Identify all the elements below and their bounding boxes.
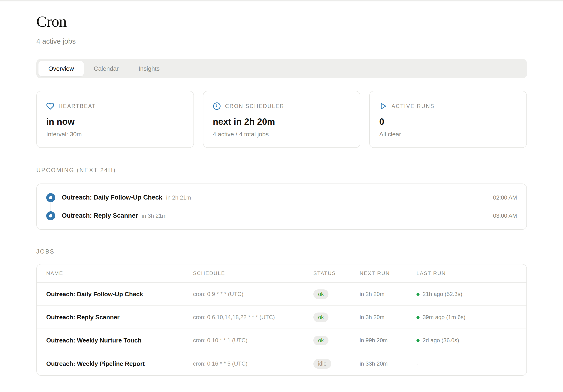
- upcoming-event-time: 03:00 AM: [493, 213, 517, 219]
- job-schedule: cron: 0 16 * * 5 (UTC): [193, 360, 313, 367]
- column-header-schedule: SCHEDULE: [193, 270, 313, 277]
- job-name: Outreach: Weekly Nurture Touch: [37, 337, 193, 344]
- job-last-run-text: 2d ago (36.0s): [422, 337, 459, 344]
- status-badge: idle: [313, 359, 331, 369]
- cron-dashboard: Cron 4 active jobs Overview Calendar Ins…: [0, 0, 563, 376]
- job-row[interactable]: Outreach: Reply Scanner cron: 0 6,10,14,…: [37, 306, 526, 329]
- tab-overview[interactable]: Overview: [38, 61, 84, 76]
- upcoming-event-time: 02:00 AM: [493, 194, 517, 201]
- play-icon: [379, 102, 387, 110]
- job-last-run-text: 21h ago (52.3s): [422, 291, 462, 297]
- success-dot-icon: [416, 316, 420, 319]
- active-jobs-count: 4 active jobs: [36, 37, 527, 45]
- cron-scheduler-card: CRON SCHEDULER next in 2h 20m 4 active /…: [203, 91, 360, 148]
- status-badge: ok: [313, 313, 328, 322]
- active-runs-count: 0: [379, 117, 517, 127]
- tab-overview-label: Overview: [48, 65, 74, 72]
- job-last-run: 21h ago (52.3s): [416, 291, 526, 297]
- tab-insights[interactable]: Insights: [128, 61, 170, 76]
- upcoming-section-heading: UPCOMING (NEXT 24H): [36, 167, 527, 174]
- heartbeat-label: HEARTBEAT: [59, 103, 96, 109]
- job-status-cell: ok: [313, 336, 360, 345]
- job-name: Outreach: Weekly Pipeline Report: [37, 360, 193, 367]
- job-schedule: cron: 0 10 * * 1 (UTC): [193, 337, 313, 344]
- upcoming-event-name: Outreach: Reply Scanner: [62, 212, 138, 219]
- job-last-run: 2d ago (36.0s): [416, 337, 526, 344]
- active-runs-label: ACTIVE RUNS: [391, 103, 435, 109]
- job-next-run: in 99h 20m: [360, 337, 416, 344]
- job-row[interactable]: Outreach: Daily Follow-Up Check cron: 0 …: [37, 283, 526, 306]
- job-last-run-text: -: [416, 360, 418, 367]
- job-last-run-text: 39m ago (1m 6s): [422, 314, 465, 320]
- tab-insights-label: Insights: [139, 65, 160, 72]
- job-name: Outreach: Daily Follow-Up Check: [37, 291, 193, 298]
- job-row[interactable]: Outreach: Weekly Pipeline Report cron: 0…: [37, 352, 526, 375]
- job-last-run: -: [416, 360, 526, 367]
- column-header-status: STATUS: [313, 270, 360, 277]
- job-schedule: cron: 0 6,10,14,18,22 * * * (UTC): [193, 314, 313, 320]
- active-runs-status: All clear: [379, 131, 517, 138]
- stats-row: HEARTBEAT in now Interval: 30m CRON SCHE…: [36, 91, 527, 148]
- upcoming-card: Outreach: Daily Follow-Up Check in 2h 21…: [36, 184, 527, 230]
- heartbeat-value: in now: [46, 117, 184, 127]
- column-header-name: NAME: [37, 270, 193, 277]
- active-runs-card: ACTIVE RUNS 0 All clear: [369, 91, 527, 148]
- job-status-cell: ok: [313, 313, 360, 322]
- clock-icon: [213, 102, 221, 110]
- heart-icon: [46, 102, 54, 110]
- job-status-cell: idle: [313, 359, 360, 369]
- upcoming-event-row[interactable]: Outreach: Daily Follow-Up Check in 2h 21…: [46, 189, 517, 207]
- job-next-run: in 2h 20m: [360, 291, 416, 297]
- tab-calendar-label: Calendar: [94, 65, 119, 72]
- jobs-table-header: NAME SCHEDULE STATUS NEXT RUN LAST RUN: [37, 265, 526, 283]
- tab-calendar[interactable]: Calendar: [84, 61, 128, 76]
- cron-scheduler-next: next in 2h 20m: [213, 117, 351, 127]
- upcoming-event-relative-time: in 3h 21m: [142, 213, 166, 219]
- status-badge: ok: [313, 336, 328, 345]
- job-last-run: 39m ago (1m 6s): [416, 314, 526, 320]
- upcoming-event-relative-time: in 2h 21m: [166, 194, 191, 201]
- column-header-next-run: NEXT RUN: [360, 270, 416, 277]
- upcoming-timeline: Outreach: Daily Follow-Up Check in 2h 21…: [46, 189, 517, 225]
- job-next-run: in 3h 20m: [360, 314, 416, 320]
- view-tabbar: Overview Calendar Insights: [36, 59, 527, 78]
- job-name: Outreach: Reply Scanner: [37, 314, 193, 321]
- window-top-edge: [0, 0, 563, 1]
- job-schedule: cron: 0 9 * * * (UTC): [193, 291, 313, 297]
- timeline-dot-icon: [46, 193, 55, 202]
- jobs-section-heading: JOBS: [36, 248, 527, 255]
- status-badge: ok: [313, 289, 328, 299]
- heartbeat-interval: Interval: 30m: [46, 131, 184, 138]
- job-status-cell: ok: [313, 289, 360, 299]
- jobs-table: NAME SCHEDULE STATUS NEXT RUN LAST RUN O…: [36, 264, 527, 376]
- cron-scheduler-totals: 4 active / 4 total jobs: [213, 131, 351, 138]
- column-header-last-run: LAST RUN: [416, 270, 526, 277]
- page-title: Cron: [36, 14, 527, 29]
- upcoming-event-row[interactable]: Outreach: Reply Scanner in 3h 21m 03:00 …: [46, 207, 517, 225]
- heartbeat-card: HEARTBEAT in now Interval: 30m: [36, 91, 194, 148]
- upcoming-event-name: Outreach: Daily Follow-Up Check: [62, 194, 162, 201]
- success-dot-icon: [416, 339, 420, 342]
- success-dot-icon: [416, 293, 420, 296]
- job-next-run: in 33h 20m: [360, 360, 416, 367]
- job-row[interactable]: Outreach: Weekly Nurture Touch cron: 0 1…: [37, 329, 526, 352]
- timeline-dot-icon: [46, 211, 55, 220]
- cron-scheduler-label: CRON SCHEDULER: [225, 103, 284, 109]
